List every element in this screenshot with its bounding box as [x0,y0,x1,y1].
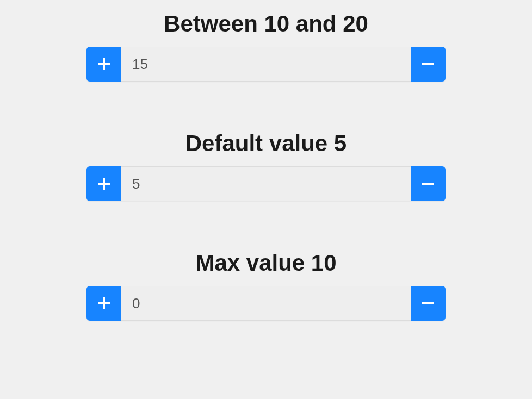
decrement-button[interactable] [411,286,446,321]
quantity-stepper [86,47,446,82]
stepper-title: Default value 5 [185,130,347,157]
increment-button[interactable] [86,286,121,321]
minus-icon [422,297,434,309]
quantity-stepper [86,286,446,321]
minus-icon [422,58,434,70]
stepper-group-max: Max value 10 [86,250,446,321]
stepper-input[interactable] [121,166,411,201]
plus-icon [98,297,110,309]
decrement-button[interactable] [411,47,446,82]
decrement-button[interactable] [411,166,446,201]
stepper-input[interactable] [121,286,411,321]
svg-rect-8 [422,302,434,304]
svg-rect-7 [98,302,110,304]
plus-icon [98,58,110,70]
svg-rect-5 [422,183,434,185]
svg-rect-4 [98,183,110,185]
svg-rect-2 [422,63,434,65]
increment-button[interactable] [86,47,121,82]
stepper-title: Between 10 and 20 [164,11,368,37]
stepper-title: Max value 10 [195,250,336,276]
stepper-group-default: Default value 5 [86,130,446,201]
stepper-input[interactable] [121,47,411,82]
stepper-group-between: Between 10 and 20 [86,11,446,82]
svg-rect-1 [98,63,110,65]
minus-icon [422,178,434,190]
plus-icon [98,178,110,190]
quantity-stepper [86,166,446,201]
increment-button[interactable] [86,166,121,201]
